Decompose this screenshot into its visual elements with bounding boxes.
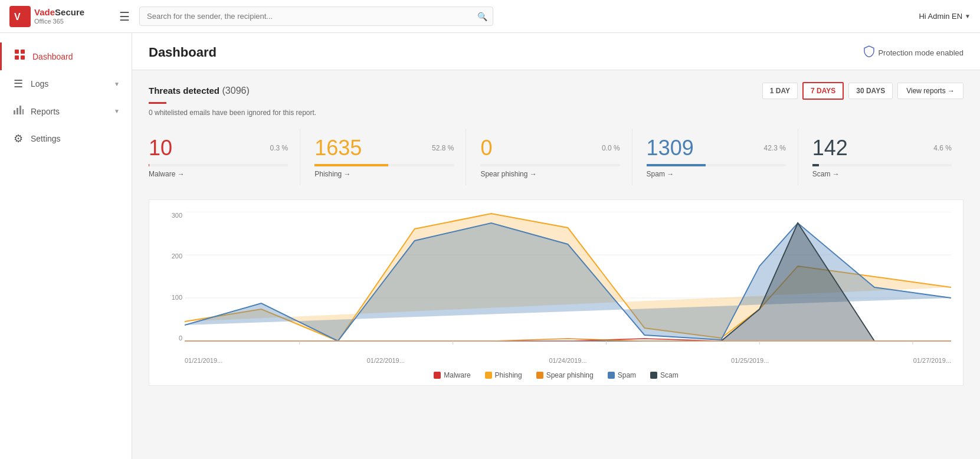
page-title: Dashboard <box>149 45 217 60</box>
stat-spam-link[interactable]: Spam → <box>647 170 786 178</box>
stat-card-spear: 0 0.0 % Spear phishing → <box>466 129 632 185</box>
logo-brand: VadeSecure <box>34 8 84 18</box>
stat-spam-bar <box>647 164 706 166</box>
sidebar-label-reports: Reports <box>31 107 60 116</box>
stat-spear-bar-wrap <box>480 164 620 166</box>
logo-text: VadeSecure Office 365 <box>34 8 84 25</box>
stat-malware-bar-wrap <box>149 164 288 166</box>
chart-y-axis: 300 200 100 0 <box>161 212 182 342</box>
svg-rect-8 <box>19 106 21 114</box>
stat-malware-value: 10 <box>149 136 172 160</box>
logs-chevron-icon: ▼ <box>114 81 120 87</box>
stat-spear-link[interactable]: Spear phishing → <box>480 170 620 178</box>
legend-phishing-label: Phishing <box>495 371 522 379</box>
svg-text:V: V <box>14 12 21 22</box>
stat-scam-pct: 4.6 % <box>933 144 952 152</box>
x-label-2: 01/24/2019... <box>549 357 586 364</box>
logo: V VadeSecure Office 365 <box>9 6 110 27</box>
legend-scam-color <box>650 372 657 379</box>
svg-rect-9 <box>22 109 24 114</box>
legend-spear-color <box>536 372 543 379</box>
reports-chevron-icon: ▼ <box>114 108 120 114</box>
search-icon: 🔍 <box>477 12 487 21</box>
x-label-0: 01/21/2019... <box>185 357 222 364</box>
legend-spear-label: Spear phishing <box>546 371 594 379</box>
stat-phishing-bar <box>314 164 388 166</box>
svg-rect-7 <box>17 108 18 114</box>
time-1day-button[interactable]: 1 DAY <box>762 83 798 99</box>
stat-malware-link[interactable]: Malware → <box>149 170 288 178</box>
y-label-100: 100 <box>172 294 182 301</box>
legend-spear: Spear phishing <box>536 371 594 379</box>
time-30days-button[interactable]: 30 DAYS <box>848 83 893 99</box>
legend-spam: Spam <box>608 371 636 379</box>
threats-header: Threats detected (3096) 1 DAY 7 DAYS 30 … <box>149 82 963 100</box>
stat-scam-link[interactable]: Scam → <box>812 170 952 178</box>
y-label-300: 300 <box>172 212 182 219</box>
logs-icon: ☰ <box>12 77 25 90</box>
time-controls: 1 DAY 7 DAYS 30 DAYS View reports → <box>762 82 963 100</box>
title-underline <box>149 102 166 104</box>
y-label-0: 0 <box>179 335 182 342</box>
stat-phishing-bar-wrap <box>314 164 454 166</box>
protection-badge: Protection mode enabled <box>864 45 963 60</box>
stat-card-spam: 1309 42.3 % Spam → <box>632 129 798 185</box>
logo-subtitle: Office 365 <box>34 18 84 25</box>
legend-malware-color <box>434 372 441 379</box>
stat-card-malware: 10 0.3 % Malware → <box>149 129 300 185</box>
sidebar-item-logs[interactable]: ☰ Logs ▼ <box>0 70 132 97</box>
menu-toggle-button[interactable]: ☰ <box>117 7 132 26</box>
threats-count: (3096) <box>222 86 250 96</box>
stat-spear-value: 0 <box>480 136 492 160</box>
sidebar-label-dashboard: Dashboard <box>32 52 73 61</box>
legend-spam-color <box>608 372 615 379</box>
stat-phishing-pct: 52.8 % <box>432 144 454 152</box>
sidebar-item-reports[interactable]: Reports ▼ <box>0 97 132 125</box>
stat-spear-pct: 0.0 % <box>602 144 620 152</box>
x-label-1: 01/22/2019... <box>367 357 405 364</box>
layout: Dashboard ☰ Logs ▼ Reports ▼ ⚙ Settings <box>0 33 980 459</box>
threats-title: Threats detected <box>149 86 219 96</box>
sidebar-item-settings[interactable]: ⚙ Settings <box>0 125 132 152</box>
stat-spam-header: 1309 42.3 % <box>647 136 786 160</box>
stat-spam-pct: 42.3 % <box>763 144 785 152</box>
stat-phishing-value: 1635 <box>314 136 362 160</box>
svg-rect-6 <box>14 110 15 114</box>
sidebar-label-settings: Settings <box>31 134 61 143</box>
legend-scam-label: Scam <box>660 371 679 379</box>
chart-wrap: 300 200 100 0 <box>161 212 951 353</box>
x-label-3: 01/25/2019... <box>731 357 769 364</box>
legend-scam: Scam <box>650 371 679 379</box>
legend-malware-label: Malware <box>444 371 470 379</box>
chart-container: 300 200 100 0 <box>149 199 963 386</box>
whitelist-note: 0 whitelisted emails have been ignored f… <box>149 109 963 117</box>
stat-phishing-link[interactable]: Phishing → <box>314 170 454 178</box>
y-label-200: 200 <box>172 253 182 260</box>
stat-phishing-header: 1635 52.8 % <box>314 136 454 160</box>
logo-icon: V <box>9 6 31 27</box>
reports-icon <box>12 104 25 118</box>
legend-phishing: Phishing <box>485 371 522 379</box>
svg-rect-5 <box>21 55 25 60</box>
settings-icon: ⚙ <box>12 132 25 145</box>
search-bar: 🔍 <box>139 6 493 26</box>
view-reports-button[interactable]: View reports → <box>897 83 963 99</box>
svg-rect-3 <box>21 50 25 54</box>
shield-icon <box>864 45 874 60</box>
sidebar-label-logs: Logs <box>31 79 48 88</box>
search-input[interactable] <box>139 6 493 26</box>
threats-title-area: Threats detected (3096) <box>149 86 250 96</box>
sidebar-item-dashboard[interactable]: Dashboard <box>0 42 132 70</box>
content-area: Threats detected (3096) 1 DAY 7 DAYS 30 … <box>132 70 980 398</box>
stat-scam-header: 142 4.6 % <box>812 136 952 160</box>
time-7days-button[interactable]: 7 DAYS <box>802 82 844 100</box>
legend-malware: Malware <box>434 371 470 379</box>
stat-card-scam: 142 4.6 % Scam → <box>798 129 963 185</box>
stat-malware-bar <box>149 164 149 166</box>
dashboard-icon <box>14 50 27 63</box>
stat-malware-pct: 0.3 % <box>270 144 289 152</box>
user-menu[interactable]: Hi Admin EN ▼ <box>919 12 971 21</box>
protection-label: Protection mode enabled <box>878 48 963 57</box>
user-chevron-icon: ▼ <box>965 13 971 19</box>
x-label-4: 01/27/2019... <box>913 357 951 364</box>
